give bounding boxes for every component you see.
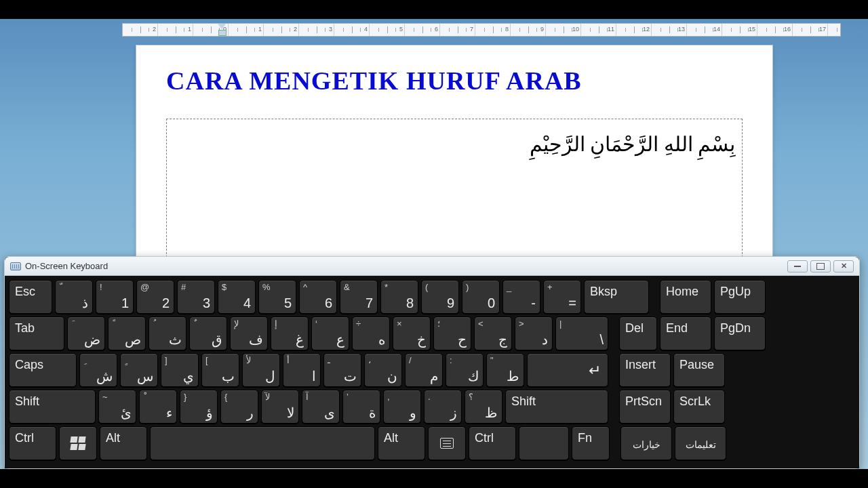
ruler-tick: 1 [229,24,264,36]
key-2[interactable]: @2 [136,280,174,314]
ruler-tick: 17 [793,24,828,36]
key-ي[interactable]: ]ي [161,353,199,387]
key-س[interactable]: ٍس [120,353,158,387]
key-د[interactable]: >د [515,317,553,350]
del-key[interactable]: Del [619,317,657,350]
key-لا[interactable]: لآلا [261,390,299,424]
key-ن[interactable]: ،ن [364,353,402,387]
spacebar[interactable] [150,426,375,460]
insert-key[interactable]: Insert [619,353,671,387]
key-ئ[interactable]: ~ئ [98,390,136,424]
enter-key[interactable]: ↵ [527,353,608,387]
blank-key[interactable] [519,426,569,460]
key-ض[interactable]: َض [67,317,105,350]
windows-logo-icon [71,436,85,450]
word-viewport: 210123456789101112131415161718 CARA MENG… [0,19,868,469]
key-خ[interactable]: ×خ [393,317,431,350]
key-م[interactable]: /م [405,353,443,387]
ruler-tick: 16 [757,24,793,36]
key-0[interactable]: )0 [462,280,500,314]
ruler-tick: 13 [652,24,687,36]
key-ج[interactable]: <ج [474,317,512,350]
key-ب[interactable]: [ب [201,353,239,387]
key-ح[interactable]: ؛ح [433,317,471,350]
key-ز[interactable]: .ز [424,390,462,424]
fn-key[interactable]: Fn [572,426,610,460]
key-ل[interactable]: لأل [242,353,280,387]
prtscn-key[interactable]: PrtScn [619,390,671,424]
key-5[interactable]: %5 [258,280,296,314]
keyboard-icon [10,262,21,270]
ruler-tick: 14 [687,24,722,36]
menu-key[interactable] [428,426,466,460]
key-3[interactable]: #3 [177,280,215,314]
key-ذ[interactable]: ّذ [55,280,93,314]
ruler-tick: 4 [334,24,370,36]
key-ة[interactable]: ’ة [342,390,380,424]
scrlk-key[interactable]: ScrLk [673,390,725,424]
key-ر[interactable]: {ر [220,390,258,424]
key-8[interactable]: *8 [380,280,418,314]
key--[interactable]: _- [502,280,540,314]
key-غ[interactable]: إغ [271,317,309,350]
keyboard-row: Escّذ!1@2#3$4%5^6&7*8(9)0_-+=BkspHomePgU… [9,280,855,314]
indent-marker-icon[interactable] [218,24,226,36]
key-ط[interactable]: "ط [486,353,524,387]
home-key[interactable]: Home [660,280,711,314]
ruler-tick: 1 [158,24,193,36]
bksp-key[interactable]: Bksp [584,280,649,314]
key-7[interactable]: &7 [340,280,378,314]
ruler-tick: 6 [405,24,440,36]
key-ا[interactable]: أا [283,353,321,387]
key-ك[interactable]: :ك [446,353,484,387]
pgdn-key[interactable]: PgDn [714,317,766,350]
key-ق[interactable]: ٌق [189,317,227,350]
shift-key[interactable]: Shift [9,390,96,424]
key-ه[interactable]: ÷ه [352,317,390,350]
key-ؤ[interactable]: }ؤ [180,390,218,424]
ruler-tick: 7 [440,24,475,36]
key-ف[interactable]: لإف [230,317,268,350]
osk-titlebar[interactable]: On-Screen Keyboard [5,257,859,276]
key-ظ[interactable]: ؟ظ [465,390,502,424]
key-ت[interactable]: ـت [323,353,361,387]
close-button[interactable] [833,260,854,272]
maximize-button[interactable] [810,260,831,272]
backslash-key[interactable]: |\ [555,317,608,350]
keyboard-row: Tabَضًصُثٌقلإفإغ‘ع÷ه×خ؛ح<ج>د|\DelEndPgDn [9,317,855,350]
arabic-text[interactable]: بِسْمِ اللهِ الرَّحْمَانِ الرَّحِيْمِ [174,126,735,163]
keyboard-row: CtrlAltAltCtrlFnخياراتتعليمات [9,426,855,460]
pgup-key[interactable]: PgUp [714,280,766,314]
key-6[interactable]: ^6 [299,280,337,314]
alt-key[interactable]: Alt [378,426,425,460]
ctrl-key[interactable]: Ctrl [469,426,516,460]
text-frame[interactable]: بِسْمِ اللهِ الرَّحْمَانِ الرَّحِيْمِ [166,119,743,261]
key-ع[interactable]: ‘ع [311,317,349,350]
key-ء[interactable]: ْء [139,390,177,424]
horizontal-ruler[interactable]: 210123456789101112131415161718 [122,23,841,37]
ruler-tick: 8 [475,24,511,36]
shift-key[interactable]: Shift [505,390,608,424]
esc-key[interactable]: Esc [9,280,52,314]
pause-key[interactable]: Pause [673,353,725,387]
key-ث[interactable]: ُث [149,317,186,350]
key-ى[interactable]: آى [302,390,340,424]
key-9[interactable]: (9 [421,280,459,314]
alt-key[interactable]: Alt [100,426,147,460]
key-ص[interactable]: ًص [108,317,146,350]
key-=[interactable]: += [543,280,581,314]
key-و[interactable]: ,و [383,390,421,424]
windows-key[interactable] [59,426,97,460]
ctrl-key[interactable]: Ctrl [9,426,56,460]
key-4[interactable]: $4 [218,280,256,314]
help-key[interactable]: تعليمات [675,426,726,460]
minimize-button[interactable] [787,260,808,272]
end-key[interactable]: End [660,317,711,350]
tab-key[interactable]: Tab [9,317,64,350]
ruler-tick: 9 [511,24,546,36]
options-key[interactable]: خيارات [620,426,672,460]
caps-key[interactable]: Caps [9,353,77,387]
key-ش[interactable]: ِش [79,353,117,387]
ruler-tick: 12 [616,24,652,36]
key-1[interactable]: !1 [96,280,134,314]
